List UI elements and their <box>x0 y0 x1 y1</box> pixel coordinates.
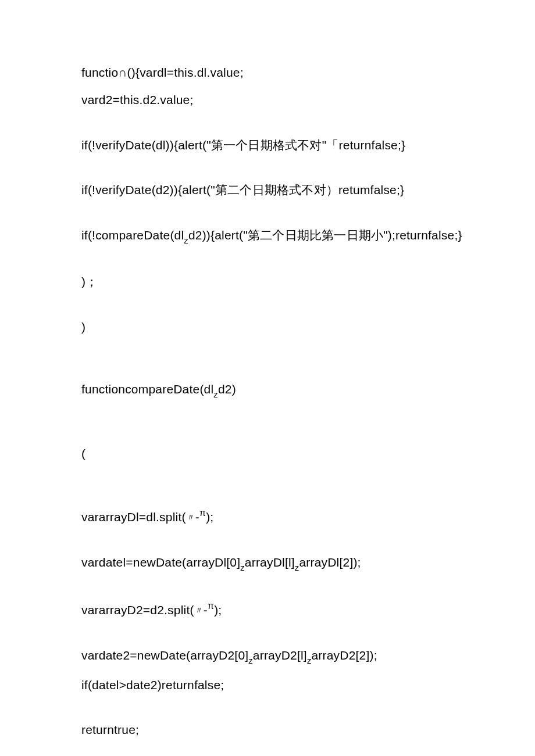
code-fragment: π <box>199 508 206 518</box>
code-line-10: vararrayDl=dl.split(〃-π); <box>81 507 454 525</box>
code-fragment: vardate2=newDate(arrayD2[0] <box>81 648 248 662</box>
code-line-12: vararrayD2=d2.split(〃-π); <box>81 600 454 618</box>
code-line-3: if(!verifyDate(dl)){alert("第一个日期格式不对"「re… <box>81 137 454 153</box>
code-fragment: arrayDl[l] <box>245 556 295 569</box>
code-fragment: vararrayD2=d2.split( <box>81 603 194 617</box>
code-fragment: z <box>295 563 299 572</box>
code-fragment: ） <box>326 183 338 196</box>
code-line-13: vardate2=newDate(arrayD2[0]zarrayD2[l]za… <box>81 647 454 666</box>
code-line-1: functio∩(){vardl=this.dl.value; <box>81 64 454 81</box>
code-line-15: returntrue; <box>81 721 454 738</box>
code-fragment: arrayDl[2]); <box>299 556 361 569</box>
code-fragment: if(!verifyDate(dl)){alert("第一个日期格式不对 <box>81 138 322 152</box>
code-fragment: z <box>307 656 312 665</box>
code-fragment: returnfalse;} <box>339 138 406 152</box>
code-fragment: vardatel=newDate(arrayDl[0] <box>81 556 240 569</box>
code-fragment: d2) <box>218 382 236 396</box>
code-line-6: )； <box>81 273 454 290</box>
code-fragment: z <box>184 236 188 245</box>
code-line-2: vard2=this.d2.value; <box>81 91 454 108</box>
code-fragment: if(!compareDate(dl <box>81 228 184 242</box>
code-fragment: vararrayDl=dl.split( <box>81 510 186 524</box>
code-fragment: arrayD2[l] <box>253 648 307 662</box>
code-fragment: ); <box>206 510 213 524</box>
code-line-14: if(datel>date2)returnfalse; <box>81 676 454 693</box>
code-fragment: if(!verifyDate(d2)){alert("第二个日期格式不对 <box>81 183 326 196</box>
code-line-11: vardatel=newDate(arrayDl[0]zarrayDl[l]za… <box>81 554 454 573</box>
code-fragment: arrayD2[2]); <box>311 648 377 662</box>
code-fragment: z <box>248 656 253 665</box>
code-line-9: ( <box>81 445 454 462</box>
code-fragment: "「 <box>322 138 339 152</box>
code-fragment: - <box>204 603 208 617</box>
code-fragment: 〃 <box>186 513 195 522</box>
code-fragment: - <box>195 510 199 524</box>
code-fragment: d2)){alert("第二个日期比第一日期小");returnfalse;} <box>188 228 462 242</box>
code-fragment: ); <box>214 603 222 617</box>
code-line-4: if(!verifyDate(d2)){alert("第二个日期格式不对）ret… <box>81 181 454 198</box>
code-line-5: if(!compareDate(dlzd2)){alert("第二个日期比第一日… <box>81 227 454 246</box>
code-line-8: functioncompareDate(dlzd2) <box>81 381 454 400</box>
code-fragment: z <box>213 390 218 399</box>
code-fragment: functioncompareDate(dl <box>81 382 213 396</box>
code-fragment: π <box>208 601 214 611</box>
code-fragment: 〃 <box>194 605 204 615</box>
code-fragment: z <box>240 563 245 572</box>
code-line-7: ) <box>81 318 454 335</box>
code-fragment: retumfalse;} <box>338 183 404 196</box>
